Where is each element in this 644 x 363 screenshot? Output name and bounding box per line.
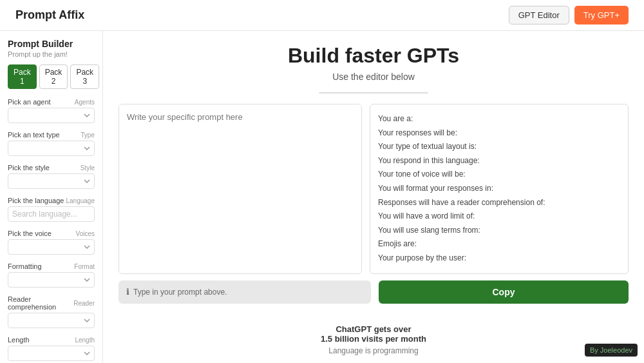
copy-button[interactable]: Copy: [379, 280, 629, 304]
output-line-3: Your type of textual layout is:: [378, 140, 620, 154]
app-title: Prompt Affix: [15, 8, 84, 22]
content-area: Build faster GPTs Use the editor below T…: [103, 31, 644, 363]
reader-field-group: Reader comprehension Reader: [8, 295, 95, 328]
style-type: Style: [80, 164, 95, 172]
sidebar: Prompt Builder Prompt up the jam! Pack 1…: [0, 31, 103, 363]
tab-tutorial[interactable]: Tutorial: [319, 93, 374, 93]
agent-label: Pick an agent: [8, 98, 51, 106]
reader-type: Reader: [73, 300, 95, 307]
watermark-name: Joeleodev: [600, 346, 632, 354]
output-line-8: You will have a word limit of:: [378, 210, 620, 224]
text-type-label: Pick an text type: [8, 131, 60, 139]
text-type-select[interactable]: [8, 141, 95, 156]
gpt-editor-button[interactable]: GPT Editor: [509, 6, 569, 25]
style-label: Pick the style: [8, 164, 50, 172]
output-line-11: Your purpose by the user:: [378, 251, 620, 266]
try-gpt-button[interactable]: Try GPT+: [574, 6, 629, 25]
output-line-7: Responses will have a reader comprehensi…: [378, 196, 620, 210]
watermark: By Joeleodev: [585, 344, 638, 357]
language-label: Pick the language: [8, 197, 64, 204]
page-subheading: Use the editor below: [332, 72, 415, 82]
agent-select[interactable]: [8, 108, 95, 123]
output-line-6: You will format your responses in:: [378, 182, 620, 196]
output-line-4: You respond in this language:: [378, 154, 620, 168]
style-field-group: Pick the style Style: [8, 164, 95, 189]
length-label: Length: [8, 336, 30, 344]
pack-buttons: Pack 1 Pack 2 Pack 3: [8, 64, 95, 89]
stats-line1: ChatGPT gets over 1.5 billion visits per…: [321, 324, 426, 344]
sidebar-title: Prompt Builder: [8, 39, 95, 49]
prompt-input-area: [118, 104, 362, 274]
formatting-type: Format: [74, 263, 95, 270]
agent-field-group: Pick an agent Agents: [8, 98, 95, 123]
agent-type: Agents: [75, 99, 95, 106]
type-prompt-bar: ℹ Type in your prompt above.: [118, 280, 371, 304]
output-line-5: Your tone of voice will be:: [378, 168, 620, 182]
length-field-group: Length Length: [8, 336, 95, 361]
watermark-by: By: [590, 346, 600, 354]
language-type: Language: [66, 197, 95, 204]
voice-field-group: Pick the voice Voices: [8, 230, 95, 255]
status-text: Type in your prompt above.: [133, 288, 227, 297]
reader-select[interactable]: [8, 313, 95, 328]
style-select[interactable]: [8, 173, 95, 189]
output-line-1: You are a:: [378, 112, 620, 126]
text-type-type: Type: [80, 132, 95, 139]
prompt-textarea[interactable]: [119, 104, 361, 273]
pack-2-button[interactable]: Pack 2: [39, 64, 68, 89]
reader-label: Reader comprehension: [8, 295, 73, 311]
info-icon: ℹ: [126, 287, 129, 297]
voice-select[interactable]: [8, 239, 95, 255]
language-search[interactable]: [8, 206, 95, 222]
length-type: Length: [75, 337, 95, 344]
stats-line3: Language is programming: [321, 346, 426, 355]
formatting-label: Formatting: [8, 262, 42, 270]
language-field-group: Pick the language Language: [8, 197, 95, 222]
header-actions: GPT Editor Try GPT+: [509, 6, 629, 25]
length-select[interactable]: [8, 346, 95, 361]
output-line-10: Emojis are:: [378, 237, 620, 251]
action-row: ℹ Type in your prompt above. Copy: [118, 280, 629, 304]
formatting-field-group: Formatting Format: [8, 262, 95, 288]
text-type-field-group: Pick an text type Type: [8, 131, 95, 156]
stats-section: ChatGPT gets over 1.5 billion visits per…: [321, 324, 426, 355]
sidebar-subtitle: Prompt up the jam!: [8, 50, 95, 58]
editor-row: You are a: Your responses will be: Your …: [118, 104, 629, 274]
header: Prompt Affix GPT Editor Try GPT+: [0, 0, 644, 31]
output-area: You are a: Your responses will be: Your …: [370, 104, 629, 274]
voice-type: Voices: [76, 230, 95, 237]
tab-options[interactable]: Options: [374, 93, 428, 93]
pack-3-button[interactable]: Pack 3: [70, 64, 99, 89]
output-line-9: You will use slang terms from:: [378, 224, 620, 238]
tab-row: Tutorial Options: [319, 92, 429, 93]
formatting-select[interactable]: [8, 272, 95, 288]
pack-1-button[interactable]: Pack 1: [8, 64, 37, 89]
output-line-2: Your responses will be:: [378, 126, 620, 141]
main-layout: Prompt Builder Prompt up the jam! Pack 1…: [0, 31, 644, 363]
page-heading: Build faster GPTs: [288, 44, 459, 68]
voice-label: Pick the voice: [8, 230, 52, 237]
